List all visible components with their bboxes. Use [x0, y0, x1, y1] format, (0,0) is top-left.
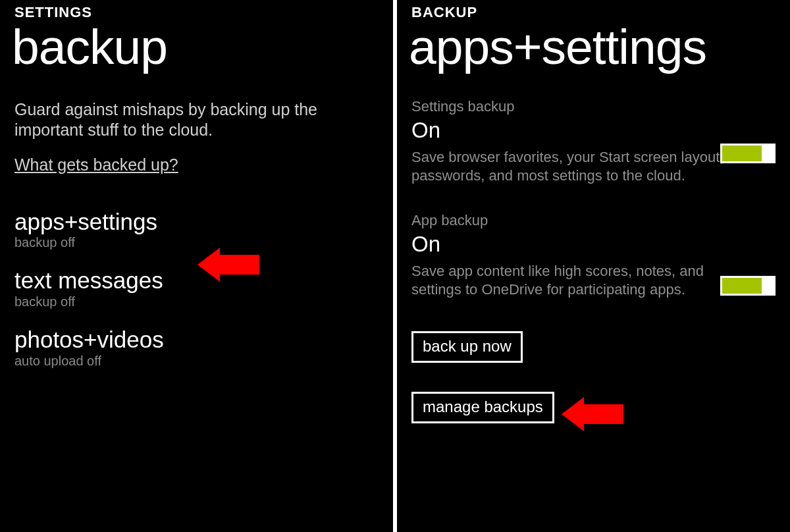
list-item-title: apps+settings: [14, 210, 379, 234]
app-backup-toggle[interactable]: [720, 276, 776, 296]
settings-backup-value: On: [397, 118, 790, 143]
back-up-now-button[interactable]: back up now: [411, 331, 523, 363]
backup-item-apps-settings[interactable]: apps+settings backup off: [0, 210, 393, 251]
backup-item-photos-videos[interactable]: photos+videos auto upload off: [0, 328, 393, 369]
list-item-title: photos+videos: [14, 328, 379, 352]
what-gets-backed-up-link[interactable]: What gets backed up?: [0, 155, 193, 174]
page-title: apps+settings: [397, 22, 790, 72]
breadcrumb: BACKUP: [397, 0, 790, 21]
apps-settings-screen: BACKUP apps+settings Settings backup On …: [397, 0, 790, 532]
annotation-arrow-icon: [198, 248, 259, 282]
annotation-arrow-icon: [562, 397, 623, 431]
list-item-status: backup off: [14, 235, 379, 250]
settings-backup-label: Settings backup: [397, 98, 790, 115]
list-item-status: auto upload off: [14, 354, 379, 369]
list-item-title: text messages: [14, 269, 379, 293]
screenshot-container: SETTINGS backup Guard against mishaps by…: [0, 0, 790, 532]
app-backup-value: On: [397, 232, 790, 257]
settings-backup-screen: SETTINGS backup Guard against mishaps by…: [0, 0, 393, 532]
backup-item-text-messages[interactable]: text messages backup off: [0, 269, 393, 309]
list-item-status: backup off: [14, 294, 379, 309]
manage-backups-button[interactable]: manage backups: [411, 392, 554, 423]
breadcrumb: SETTINGS: [0, 0, 393, 21]
app-backup-label: App backup: [397, 212, 790, 229]
settings-backup-toggle[interactable]: [720, 144, 776, 163]
page-title: backup: [0, 22, 393, 72]
intro-text: Guard against mishaps by backing up the …: [0, 99, 393, 141]
